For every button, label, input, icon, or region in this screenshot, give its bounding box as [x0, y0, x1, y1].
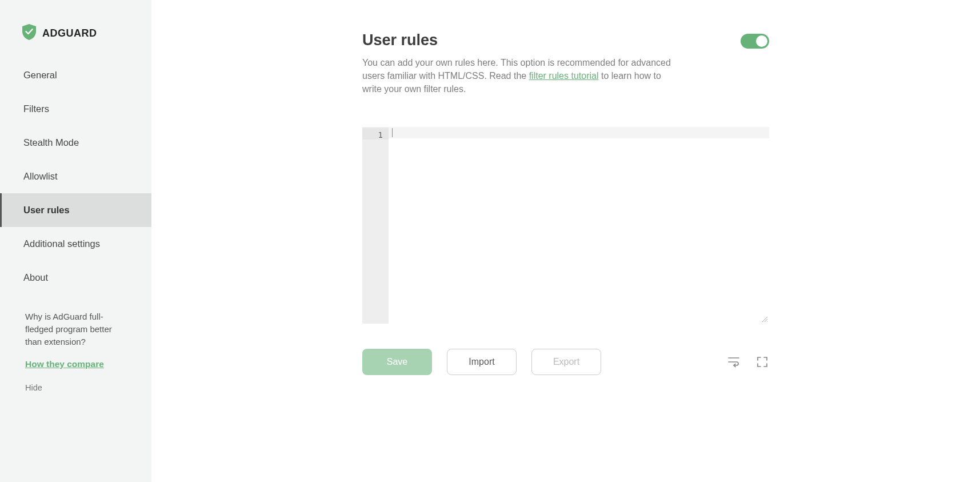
action-bar: Save Import Export [362, 349, 769, 375]
sidebar-item-filters[interactable]: Filters [0, 92, 151, 126]
line-number: 1 [362, 128, 389, 140]
hide-promo-button[interactable]: Hide [0, 375, 151, 400]
sidebar-item-allowlist[interactable]: Allowlist [0, 160, 151, 193]
sidebar-item-additional-settings[interactable]: Additional settings [0, 227, 151, 261]
svg-line-0 [762, 317, 767, 322]
shield-check-icon [22, 24, 37, 42]
sidebar-item-general[interactable]: General [0, 58, 151, 92]
header-text: User rules You can add your own rules he… [362, 31, 682, 96]
page-header: User rules You can add your own rules he… [362, 31, 769, 96]
brand-name: ADGUARD [42, 27, 97, 39]
sidebar-item-user-rules[interactable]: User rules [0, 193, 151, 227]
rules-editor: 1 [362, 127, 769, 324]
sidebar-nav: General Filters Stealth Mode Allowlist U… [0, 58, 151, 294]
compare-link[interactable]: How they compare [25, 359, 104, 369]
page-description: You can add your own rules here. This op… [362, 56, 682, 96]
import-button[interactable]: Import [447, 349, 517, 375]
resize-handle-icon[interactable] [761, 316, 768, 322]
content-wrap: User rules You can add your own rules he… [362, 31, 769, 375]
filter-rules-tutorial-link[interactable]: filter rules tutorial [529, 71, 599, 81]
editor-cursor [392, 128, 393, 137]
sidebar-item-about[interactable]: About [0, 261, 151, 294]
sidebar-item-stealth-mode[interactable]: Stealth Mode [0, 126, 151, 160]
toggle-knob [756, 35, 767, 47]
brand-logo: ADGUARD [0, 17, 151, 58]
sidebar: ADGUARD General Filters Stealth Mode All… [0, 0, 151, 482]
main-content: User rules You can add your own rules he… [151, 0, 980, 482]
editor-active-line [389, 127, 769, 138]
editor-body[interactable] [389, 127, 769, 324]
save-button[interactable]: Save [362, 349, 432, 375]
svg-line-2 [767, 321, 767, 322]
editor-gutter: 1 [362, 127, 389, 324]
promo-text: Why is AdGuard full-fledged program bett… [0, 294, 151, 353]
user-rules-toggle[interactable] [741, 34, 769, 49]
compare-link-wrap: How they compare [0, 353, 151, 375]
fullscreen-icon[interactable] [755, 355, 769, 369]
wrap-lines-icon[interactable] [727, 355, 741, 369]
page-title: User rules [362, 31, 682, 49]
export-button[interactable]: Export [531, 349, 601, 375]
